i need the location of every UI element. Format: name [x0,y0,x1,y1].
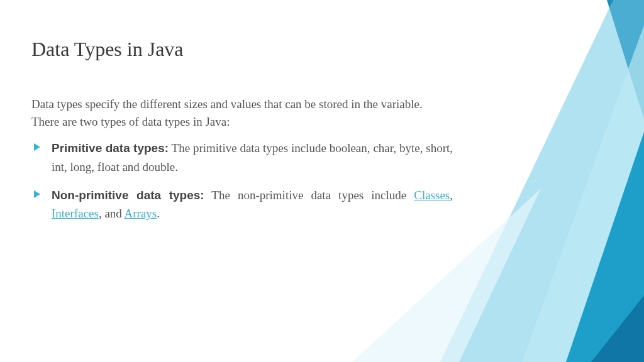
link-arrays[interactable]: Arrays [125,207,157,220]
link-classes[interactable]: Classes [414,189,450,202]
triangle-bullet-icon [34,143,40,151]
svg-marker-2 [522,25,644,362]
triangle-bullet-icon [34,190,40,198]
bullet-label: Primitive data types: [52,141,169,155]
svg-marker-3 [566,132,644,362]
bullet-label: Non-primitive data types: [52,189,204,202]
bullet-list: Primitive data types: The primitive data… [31,139,453,223]
svg-marker-0 [607,0,644,119]
list-item: Non-primitive data types: The non-primit… [31,186,453,223]
svg-marker-5 [591,295,644,362]
list-item: Primitive data types: The primitive data… [31,139,453,176]
slide-title: Data Types in Java [31,38,453,61]
content-area: Data Types in Java Data types specify th… [0,0,491,223]
intro-text: Data types specify the different sizes a… [31,96,453,130]
slide: Data Types in Java Data types specify th… [0,0,644,362]
bullet-text: The non-primitive data types include [204,189,414,202]
link-interfaces[interactable]: Interfaces [52,207,99,220]
